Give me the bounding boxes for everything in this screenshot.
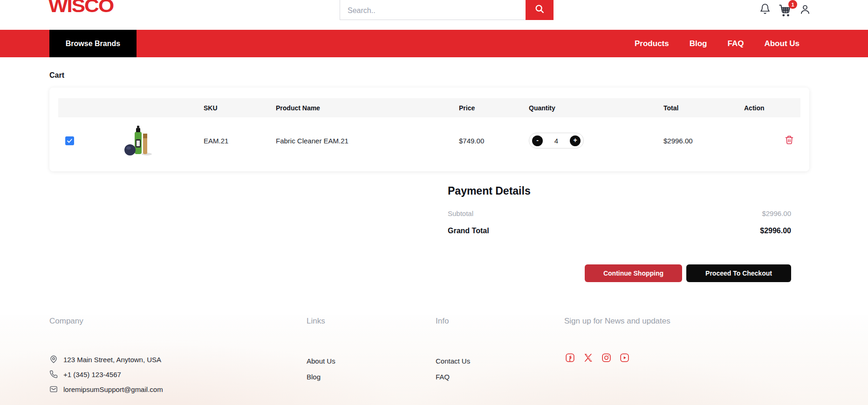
product-image [123, 125, 152, 156]
cart-table-header: SKU Product Name Price Quantity Total Ac… [58, 98, 800, 117]
footer-phone: +1 (345) 123-4567 [49, 370, 121, 378]
cart-badge: 1 [788, 0, 797, 9]
footer-email: loremipsumSupport@gmail.com [49, 385, 163, 393]
nav-link-about-us[interactable]: About Us [764, 39, 800, 48]
x-twitter-icon [583, 353, 593, 364]
envelope-icon [49, 385, 58, 393]
cart-table-card: SKU Product Name Price Quantity Total Ac… [49, 88, 809, 171]
quantity-increase-button[interactable]: + [570, 135, 581, 146]
col-header-quantity: Quantity [529, 104, 663, 112]
instagram-icon [601, 353, 611, 364]
quantity-value: 4 [554, 137, 558, 145]
x-twitter-link[interactable] [583, 353, 593, 364]
grand-total-label: Grand Total [448, 227, 489, 235]
brand-logo[interactable]: WISCO [48, 0, 113, 16]
footer-company-title: Company [49, 317, 83, 326]
col-header-action: Action [744, 104, 800, 112]
trash-icon [785, 139, 794, 146]
search-bar [340, 0, 554, 20]
footer-link-faq[interactable]: FAQ [436, 373, 450, 381]
remove-item-button[interactable] [785, 135, 794, 146]
item-price: $749.00 [459, 137, 529, 145]
footer-link-blog[interactable]: Blog [307, 373, 321, 381]
browse-brands-button[interactable]: Browse Brands [49, 30, 137, 57]
col-header-total: Total [663, 104, 744, 112]
social-links [565, 353, 629, 364]
item-name: Fabric Cleaner EAM.21 [276, 137, 459, 145]
item-checkbox[interactable] [65, 136, 74, 145]
nav-link-products[interactable]: Products [635, 39, 669, 48]
nav-link-blog[interactable]: Blog [690, 39, 707, 48]
footer-address-text: 123 Main Street, Anytown, USA [63, 356, 161, 364]
footer-info-title: Info [436, 317, 449, 326]
quantity-stepper: - 4 + [529, 133, 584, 148]
quantity-decrease-button[interactable]: - [532, 135, 543, 146]
youtube-icon [620, 353, 629, 364]
account-button[interactable] [800, 4, 811, 16]
footer-address: 123 Main Street, Anytown, USA [49, 355, 161, 364]
cart-item-row: EAM.21 Fabric Cleaner EAM.21 $749.00 - 4… [58, 117, 800, 164]
bell-icon [759, 9, 771, 16]
col-header-product-name: Product Name [276, 104, 459, 112]
footer-links-title: Links [307, 317, 325, 326]
nav-link-faq[interactable]: FAQ [728, 39, 744, 48]
footer-email-text: loremipsumSupport@gmail.com [63, 385, 163, 393]
proceed-to-checkout-button[interactable]: Proceed To Checkout [686, 264, 791, 282]
search-button[interactable] [526, 0, 554, 20]
notifications-button[interactable] [759, 3, 771, 16]
footer-phone-text: +1 (345) 123-4567 [63, 371, 121, 378]
cart-page-title: Cart [49, 71, 64, 80]
cart-icon [779, 11, 791, 18]
subtotal-label: Subtotal [448, 209, 473, 217]
payment-details-title: Payment Details [448, 185, 531, 197]
phone-icon [49, 370, 58, 378]
grand-total-row: Grand Total $2996.00 [448, 227, 791, 235]
item-total: $2996.00 [663, 137, 744, 145]
instagram-link[interactable] [601, 353, 611, 364]
item-sku: EAM.21 [204, 137, 276, 145]
footer-link-about-us[interactable]: About Us [307, 357, 335, 365]
facebook-icon [565, 353, 575, 364]
search-icon [534, 4, 545, 15]
col-header-sku: SKU [204, 104, 276, 112]
col-header-price: Price [459, 104, 529, 112]
subtotal-row: Subtotal $2996.00 [448, 209, 791, 217]
top-header: WISCO 1 [0, 0, 868, 30]
cart-page: WISCO 1 [0, 0, 868, 405]
location-pin-icon [49, 355, 58, 364]
user-icon [800, 9, 811, 16]
continue-shopping-button[interactable]: Continue Shopping [585, 264, 682, 282]
footer-newsletter-title: Sign up for News and updates [564, 317, 670, 326]
footer-link-contact-us[interactable]: Contact Us [436, 357, 470, 365]
facebook-link[interactable] [565, 353, 575, 364]
subtotal-value: $2996.00 [762, 209, 791, 217]
main-navbar: Browse Brands Products Blog FAQ About Us [0, 30, 868, 57]
youtube-link[interactable] [620, 353, 629, 364]
grand-total-value: $2996.00 [760, 227, 791, 235]
nav-links: Products Blog FAQ About Us [635, 30, 800, 57]
search-input[interactable] [340, 0, 526, 20]
footer: Company 123 Main Street, Anytown, USA +1… [0, 315, 868, 405]
